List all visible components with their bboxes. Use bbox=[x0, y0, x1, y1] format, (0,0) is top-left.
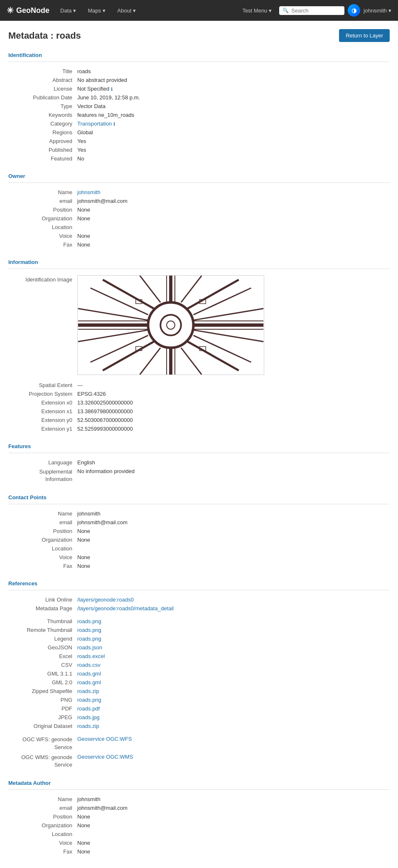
section-information: Information bbox=[8, 259, 390, 265]
divider-contact-points bbox=[8, 504, 390, 504]
chevron-down-icon: ▾ bbox=[269, 7, 272, 14]
geojson-link[interactable]: roads.json bbox=[77, 644, 102, 651]
link-online[interactable]: /layers/geonode:roads0 bbox=[77, 597, 134, 603]
chevron-down-icon: ▾ bbox=[103, 7, 106, 14]
table-row: Name johnsmith bbox=[8, 795, 390, 804]
page-header: Metadata : roads Return to Layer bbox=[8, 29, 390, 42]
divider-identification bbox=[8, 62, 390, 62]
section-features: Features bbox=[8, 443, 390, 449]
divider-features bbox=[8, 453, 390, 453]
table-row: Location bbox=[8, 830, 390, 838]
divider-references bbox=[8, 590, 390, 590]
identification-table: Title roads Abstract No abstract provide… bbox=[8, 67, 390, 163]
chevron-down-icon: ▾ bbox=[133, 7, 136, 14]
info-icon: ℹ bbox=[111, 86, 113, 91]
png-link[interactable]: roads.png bbox=[77, 697, 101, 703]
nav-about[interactable]: About ▾ bbox=[113, 0, 140, 21]
navbar: ✳ GeoNode Data ▾ Maps ▾ About ▾ Test Men… bbox=[0, 0, 398, 21]
table-row: email johnsmith@mail.com bbox=[8, 518, 390, 527]
remote-thumbnail-link[interactable]: roads.png bbox=[77, 627, 101, 633]
nav-test-menu[interactable]: Test Menu ▾ bbox=[238, 0, 276, 21]
ogc-wms-link[interactable]: Geoservice OGC:WMS bbox=[77, 754, 133, 760]
identification-image bbox=[77, 275, 264, 375]
table-row: Identification Image bbox=[8, 274, 390, 377]
table-row: Legend roads.png bbox=[8, 634, 390, 643]
ogc-wfs-link[interactable]: Geoservice OGC:WFS bbox=[77, 736, 132, 742]
nav-data[interactable]: Data ▾ bbox=[56, 0, 80, 21]
excel-link[interactable]: roads.excel bbox=[77, 653, 105, 659]
table-row: Excel roads.excel bbox=[8, 652, 390, 661]
metadata-page-link[interactable]: /layers/geonode:roads0/metadata_detail bbox=[77, 605, 174, 612]
table-row: GML 3.1.1 roads.gml bbox=[8, 669, 390, 678]
logo[interactable]: ✳ GeoNode bbox=[7, 5, 49, 15]
table-row: JPEG roads.jpg bbox=[8, 713, 390, 722]
table-row: Organization None bbox=[8, 214, 390, 223]
table-row: PDF roads.pdf bbox=[8, 704, 390, 713]
table-row: Name johnsmith bbox=[8, 509, 390, 518]
logo-text: GeoNode bbox=[16, 6, 49, 15]
table-row: Zipped Shapefile roads.zip bbox=[8, 687, 390, 695]
section-references: References bbox=[8, 580, 390, 587]
table-row: Organization None bbox=[8, 535, 390, 544]
table-row: Fax None bbox=[8, 847, 390, 856]
table-row: OGC WFS: geonodeService Geoservice OGC:W… bbox=[8, 735, 390, 752]
user-icon-symbol: ◑ bbox=[351, 7, 356, 14]
gml20-link[interactable]: roads.gml bbox=[77, 679, 101, 686]
table-row: PNG roads.png bbox=[8, 695, 390, 704]
pdf-link[interactable]: roads.pdf bbox=[77, 705, 100, 712]
section-metadata-author: Metadata Author bbox=[8, 780, 390, 786]
table-row: Thumbnail roads.png bbox=[8, 617, 390, 626]
legend-link[interactable]: roads.png bbox=[77, 636, 101, 642]
table-row: Extension y1 52.5259993000000000 bbox=[8, 424, 390, 433]
jpeg-link[interactable]: roads.jpg bbox=[77, 714, 99, 720]
table-row: License Not Specified ℹ bbox=[8, 84, 390, 93]
contact-table: Name johnsmith email johnsmith@mail.com … bbox=[8, 509, 390, 570]
search-icon: 🔍 bbox=[283, 7, 289, 13]
table-row: Extension y0 52.5030067000000000 bbox=[8, 416, 390, 424]
table-row: Metadata Page /layers/geonode:roads0/met… bbox=[8, 604, 390, 613]
table-row: Approved Yes bbox=[8, 137, 390, 145]
table-row: Language English bbox=[8, 458, 390, 467]
gml311-link[interactable]: roads.gml bbox=[77, 671, 101, 677]
user-avatar: ◑ bbox=[348, 4, 360, 17]
category-link[interactable]: Transportation bbox=[77, 121, 112, 127]
thumbnail-link[interactable]: roads.png bbox=[77, 618, 101, 624]
info-icon: ℹ bbox=[113, 121, 115, 126]
nav-maps[interactable]: Maps ▾ bbox=[84, 0, 110, 21]
owner-name-link[interactable]: johnsmith bbox=[77, 189, 101, 195]
table-row: Original Dataset roads.zip bbox=[8, 722, 390, 730]
shapefile-link[interactable]: roads.zip bbox=[77, 688, 99, 694]
table-row: Remote Thumbnail roads.png bbox=[8, 626, 390, 634]
table-row: Featured No bbox=[8, 154, 390, 163]
table-row: GML 2.0 roads.gml bbox=[8, 678, 390, 687]
user-menu[interactable]: johnsmith ▾ bbox=[364, 7, 391, 14]
features-table: Language English SupplementalInformation… bbox=[8, 458, 390, 484]
table-row: Name johnsmith bbox=[8, 188, 390, 197]
table-row: Publication Date June 10, 2019, 12:58 p.… bbox=[8, 93, 390, 102]
table-row: Position None bbox=[8, 205, 390, 214]
spatial-table: Spatial Extent --- Projection System EPS… bbox=[8, 381, 390, 433]
table-row: Category Transportation ℹ bbox=[8, 119, 390, 128]
table-row: Fax None bbox=[8, 240, 390, 249]
owner-table: Name johnsmith email johnsmith@mail.com … bbox=[8, 188, 390, 249]
table-row: GeoJSON roads.json bbox=[8, 643, 390, 652]
table-row: Extension x0 13.3260025000000000 bbox=[8, 398, 390, 407]
chevron-down-icon: ▾ bbox=[73, 7, 76, 14]
search-input[interactable] bbox=[291, 7, 341, 14]
table-row: Voice None bbox=[8, 232, 390, 240]
table-row: Voice None bbox=[8, 553, 390, 562]
table-row: Projection System EPSG:4326 bbox=[8, 390, 390, 398]
table-row bbox=[8, 730, 390, 735]
csv-link[interactable]: roads.csv bbox=[77, 662, 101, 668]
table-row: Voice None bbox=[8, 838, 390, 847]
divider-owner bbox=[8, 182, 390, 183]
original-dataset-link[interactable]: roads.zip bbox=[77, 723, 99, 729]
divider-information bbox=[8, 269, 390, 269]
return-to-layer-button[interactable]: Return to Layer bbox=[339, 29, 390, 42]
table-row: Position None bbox=[8, 527, 390, 535]
table-row bbox=[8, 613, 390, 617]
table-row: email johnsmith@mail.com bbox=[8, 197, 390, 205]
table-row: email johnsmith@mail.com bbox=[8, 804, 390, 812]
metadata-author-table: Name johnsmith email johnsmith@mail.com … bbox=[8, 795, 390, 856]
table-row: Link Online /layers/geonode:roads0 bbox=[8, 595, 390, 604]
